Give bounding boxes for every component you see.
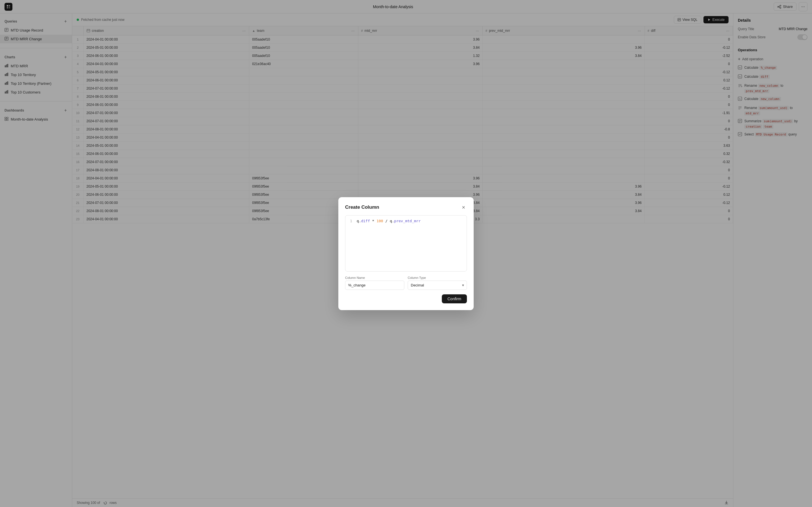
modal-fields: Column Name Column Type Decimal Integer … [345,276,467,290]
column-type-field-group: Column Type Decimal Integer String Boole… [408,276,467,290]
modal-footer: Confirm [345,294,467,303]
column-name-field-group: Column Name [345,276,404,290]
create-column-modal: Create Column × 1 q.diff * 100 / q.prev_… [338,197,474,310]
modal-close-button[interactable]: × [460,204,467,211]
modal-header: Create Column × [345,204,467,211]
modal-title: Create Column [345,205,379,210]
code-expression: q.diff * 100 / q.prev_mtd_mrr [357,219,421,223]
column-name-label: Column Name [345,276,404,279]
code-line-1: 1 q.diff * 100 / q.prev_mtd_mrr [349,219,463,223]
column-type-label: Column Type [408,276,467,279]
column-name-input[interactable] [345,281,404,290]
column-type-select[interactable]: Decimal Integer String Boolean Date [408,281,467,290]
code-editor[interactable]: 1 q.diff * 100 / q.prev_mtd_mrr [345,215,467,272]
modal-overlay[interactable]: Create Column × 1 q.diff * 100 / q.prev_… [0,0,812,507]
confirm-button[interactable]: Confirm [442,294,467,303]
column-type-select-wrapper: Decimal Integer String Boolean Date [408,281,467,290]
line-number: 1 [349,219,352,223]
